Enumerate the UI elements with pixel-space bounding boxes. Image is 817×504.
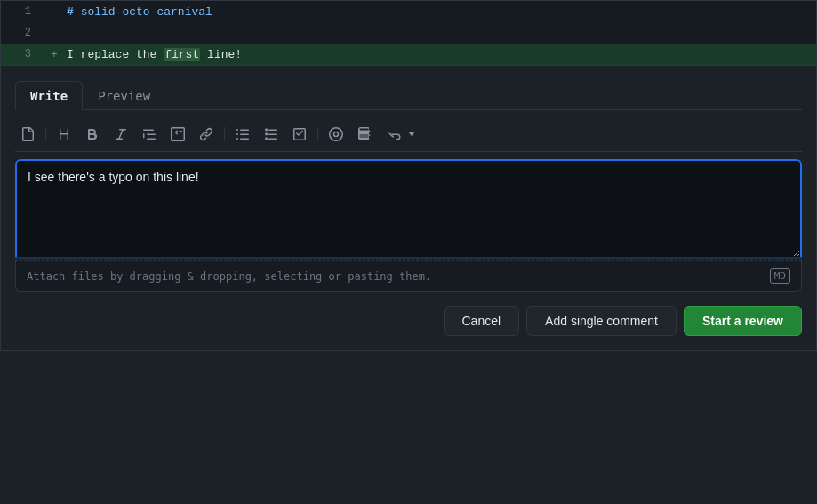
unordered-list-button[interactable]: [230, 123, 255, 146]
blockquote-icon: [142, 127, 156, 141]
undo-icon: [388, 127, 402, 141]
attach-area: Attach files by dragging & dropping, sel…: [15, 260, 802, 292]
diff-content-1: # solid-octo-carnival: [63, 5, 212, 19]
tab-write[interactable]: Write: [15, 81, 83, 110]
italic-button[interactable]: [108, 123, 133, 146]
action-buttons: Cancel Add single comment Start a review: [15, 302, 802, 336]
toolbar-divider-1: [45, 127, 46, 141]
heading-icon: [57, 127, 71, 141]
diff-marker-3: +: [45, 48, 63, 61]
diff-line-1: 1 # solid-octo-carnival: [1, 1, 816, 22]
diff-area: 1 # solid-octo-carnival 2 3 + I replace …: [0, 0, 817, 65]
cancel-button[interactable]: Cancel: [444, 306, 520, 336]
added-text-i: I replace the: [67, 48, 164, 61]
reference-button[interactable]: [352, 123, 377, 146]
diff-line-2: 2: [1, 22, 816, 44]
line-number-2: 2: [1, 27, 45, 39]
main-container: 1 # solid-octo-carnival 2 3 + I replace …: [0, 0, 817, 504]
undo-group: [380, 123, 421, 146]
bold-icon: [85, 127, 100, 141]
markdown-icon: MD: [770, 268, 790, 284]
line1-text: solid-octo-carnival: [81, 5, 212, 19]
attach-text: Attach files by dragging & dropping, sel…: [27, 270, 431, 283]
mention-icon: [329, 127, 343, 141]
blockquote-button[interactable]: [137, 123, 162, 146]
highlight-first: first: [164, 48, 200, 61]
link-button[interactable]: [194, 123, 219, 146]
diff-line-3: 3 + I replace the first line!: [1, 44, 816, 65]
undo-button[interactable]: [380, 123, 405, 146]
ordered-list-button[interactable]: [259, 123, 284, 146]
tab-preview[interactable]: Preview: [83, 81, 165, 110]
toolbar: [15, 117, 802, 152]
diff-content-3: I replace the first line!: [63, 48, 242, 61]
link-icon: [199, 127, 213, 141]
bold-button[interactable]: [80, 123, 105, 146]
mention-button[interactable]: [324, 123, 348, 146]
hash-symbol: #: [67, 5, 74, 19]
unordered-list-icon: [236, 127, 250, 141]
add-file-button[interactable]: [15, 123, 40, 146]
task-list-button[interactable]: [287, 123, 312, 146]
undo-dropdown-button[interactable]: [406, 123, 421, 146]
tab-write-label: Write: [30, 89, 68, 103]
italic-icon: [114, 127, 128, 141]
add-file-icon: [20, 127, 35, 141]
task-list-icon: [292, 127, 307, 141]
chevron-down-icon: [407, 131, 416, 138]
comment-box: Write Preview: [0, 65, 817, 351]
line-number-3: 3: [1, 48, 45, 60]
tabs: Write Preview: [15, 80, 802, 110]
toolbar-divider-2: [224, 127, 225, 141]
code-button[interactable]: [165, 123, 190, 146]
reference-icon: [357, 127, 372, 141]
tab-preview-label: Preview: [98, 89, 150, 103]
add-single-comment-button[interactable]: Add single comment: [526, 306, 677, 336]
added-text-ii: line!: [200, 48, 242, 61]
comment-textarea[interactable]: I see there's a typo on this line!: [15, 159, 802, 257]
line-number-1: 1: [1, 5, 45, 18]
textarea-wrapper: I see there's a typo on this line! Attac…: [15, 159, 802, 292]
toolbar-divider-3: [317, 127, 318, 141]
code-icon: [171, 127, 185, 141]
start-review-button[interactable]: Start a review: [684, 306, 802, 336]
heading-button[interactable]: [52, 123, 76, 146]
ordered-list-icon: [264, 127, 278, 141]
